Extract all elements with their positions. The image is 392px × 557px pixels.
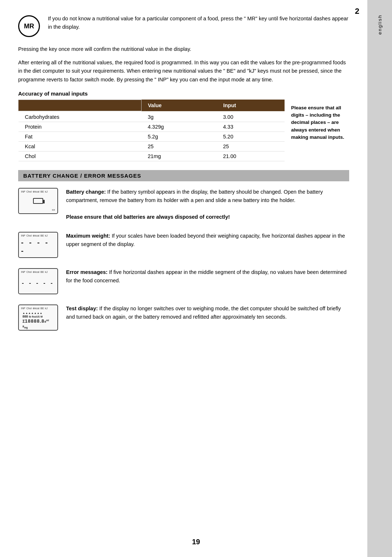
inp-label-4: INP bbox=[21, 307, 25, 310]
table-row: Protein 4.329g 4.33 bbox=[19, 122, 285, 132]
page-number-bottom: 19 bbox=[192, 538, 200, 546]
row-input: 25 bbox=[216, 141, 284, 151]
kj-label: kJ bbox=[45, 190, 48, 193]
intro-paragraph2: Pressing the key once more will confirm … bbox=[18, 45, 349, 53]
error-messages-item: INP Chol ⊕kcal BE kJ - - - - - Error mes… bbox=[18, 268, 349, 294]
chol-label-4: Chol bbox=[26, 307, 32, 310]
inp-label: INP bbox=[21, 190, 25, 193]
max-weight-bold: Maximum weight: bbox=[66, 233, 110, 239]
max-weight-dashes: - - - - - bbox=[21, 238, 55, 255]
device-screen-error: - - - - - bbox=[21, 275, 55, 292]
device-display-error: INP Chol ⊕kcal BE kJ - - - - - bbox=[18, 268, 58, 294]
row-input: 5.20 bbox=[216, 132, 284, 141]
battery-heading: BATTERY CHANGE / ERROR MESSAGES bbox=[18, 170, 349, 181]
table-row: Fat 5.2g 5.20 bbox=[19, 132, 285, 141]
intro-section: MR If you do not know a nutritional valu… bbox=[18, 15, 349, 37]
row-label: Carbohydrates bbox=[19, 111, 142, 122]
main-content: MR If you do not know a nutritional valu… bbox=[0, 0, 367, 355]
inp-label-2: INP bbox=[21, 234, 25, 237]
test-display-body: If the display no longer switches over t… bbox=[66, 306, 341, 320]
row-value: 5.2g bbox=[141, 132, 216, 141]
device-top-icons: INP Chol ⊕kcal BE kJ bbox=[21, 190, 55, 193]
kj-label-4: kJ bbox=[45, 307, 48, 310]
row-value: 3g bbox=[141, 111, 216, 122]
test-display-bold: Test display: bbox=[66, 306, 98, 311]
device-display-maxweight: INP Chol ⊕kcal BE kJ - - - - - bbox=[18, 232, 58, 258]
side-note: Please ensure that all digits – includin… bbox=[291, 90, 349, 141]
test-numbers-row2: Σ18888.88ml8mg bbox=[23, 318, 49, 329]
accuracy-table: Value Input Carbohydrates 3g 3.00 Protei… bbox=[18, 100, 285, 161]
test-triangles: ▲▲▲▲▲▲▲ bbox=[23, 312, 43, 314]
be-label-2: BE bbox=[41, 234, 44, 237]
battery-section: BATTERY CHANGE / ERROR MESSAGES INP Chol… bbox=[18, 170, 349, 331]
accuracy-table-wrap: Accuracy of manual inputs Value Input Ca… bbox=[18, 90, 285, 161]
chol-label: Chol bbox=[26, 190, 32, 193]
kcal-label-2: ⊕kcal bbox=[33, 234, 39, 237]
error-messages-text: Error messages: If five horizontal dashe… bbox=[66, 268, 349, 285]
kj-label-2: kJ bbox=[45, 234, 48, 237]
intro-paragraph3: After entering all of the nutritional va… bbox=[18, 58, 349, 84]
table-row: Carbohydrates 3g 3.00 bbox=[19, 111, 285, 122]
error-dashes: - - - - - bbox=[22, 280, 54, 286]
language-label: english bbox=[377, 15, 383, 35]
intro-paragraph1: If you do not know a nutritional value f… bbox=[48, 15, 349, 31]
row-value: 4.329g bbox=[141, 122, 216, 132]
col-value-header: Value bbox=[141, 100, 216, 111]
device-screen-maxweight: - - - - - bbox=[21, 238, 55, 255]
test-display-item: INP Chol ⊕kcal BE kJ ▲▲▲▲▲▲▲ 888 lb floz… bbox=[18, 304, 349, 331]
mr-icon: MR bbox=[18, 15, 40, 37]
device-screen-battery bbox=[21, 194, 55, 208]
kcal-label-4: ⊕kcal bbox=[33, 307, 39, 310]
test-display-text: Test display: If the display no longer s… bbox=[66, 304, 349, 321]
battery-rect: ▭ bbox=[21, 208, 55, 211]
row-label: Kcal bbox=[19, 141, 142, 151]
error-messages-bold: Error messages: bbox=[66, 269, 107, 275]
table-row: Kcal 25 25 bbox=[19, 141, 285, 151]
table-header-row: Value Input bbox=[19, 100, 285, 111]
max-weight-item: INP Chol ⊕kcal BE kJ - - - - - Maximum w… bbox=[18, 232, 349, 258]
battery-change-bold: Battery change: bbox=[66, 189, 106, 195]
kcal-label-3: ⊕kcal bbox=[33, 271, 39, 274]
battery-icon bbox=[33, 198, 43, 204]
row-value: 25 bbox=[141, 141, 216, 151]
chol-label-3: Chol bbox=[26, 271, 32, 274]
col-label-header bbox=[19, 100, 142, 111]
battery-change-item: INP Chol ⊕kcal BE kJ ▭ Battery change: I… bbox=[18, 188, 349, 222]
device-top-icons-2: INP Chol ⊕kcal BE kJ bbox=[21, 234, 55, 237]
row-input: 21.00 bbox=[216, 151, 284, 161]
row-value: 21mg bbox=[141, 151, 216, 161]
device-top-icons-4: INP Chol ⊕kcal BE kJ bbox=[21, 307, 55, 310]
row-input: 3.00 bbox=[216, 111, 284, 122]
accuracy-section: Accuracy of manual inputs Value Input Ca… bbox=[18, 90, 349, 161]
error-messages-body: If five horizontal dashes appear in the … bbox=[66, 269, 347, 283]
device-display-battery: INP Chol ⊕kcal BE kJ ▭ bbox=[18, 188, 58, 214]
inp-label-3: INP bbox=[21, 271, 25, 274]
max-weight-text: Maximum weight: If your scales have been… bbox=[66, 232, 349, 249]
battery-dispose-note: Please ensure that old batteries are alw… bbox=[66, 214, 230, 220]
kcal-label: ⊕kcal bbox=[33, 190, 39, 193]
row-label: Fat bbox=[19, 132, 142, 141]
battery-change-text: Battery change: If the battery symbol ap… bbox=[66, 188, 349, 222]
device-screen-test: ▲▲▲▲▲▲▲ 888 lb flozUS M Σ18888.88ml8mg bbox=[21, 311, 55, 330]
device-display-test: INP Chol ⊕kcal BE kJ ▲▲▲▲▲▲▲ 888 lb floz… bbox=[18, 304, 58, 331]
kj-label-3: kJ bbox=[45, 271, 48, 274]
chol-label-2: Chol bbox=[26, 234, 32, 237]
be-label-4: BE bbox=[41, 307, 44, 310]
row-label: Chol bbox=[19, 151, 142, 161]
accuracy-heading: Accuracy of manual inputs bbox=[18, 90, 285, 97]
be-label-3: BE bbox=[41, 271, 44, 274]
device-top-icons-3: INP Chol ⊕kcal BE kJ bbox=[21, 271, 55, 274]
be-label: BE bbox=[41, 190, 44, 193]
table-row: Chol 21mg 21.00 bbox=[19, 151, 285, 161]
col-input-header: Input bbox=[216, 100, 284, 111]
side-tab: english bbox=[367, 0, 392, 557]
row-input: 4.33 bbox=[216, 122, 284, 132]
row-label: Protein bbox=[19, 122, 142, 132]
test-numbers-row1: 888 lb flozUS M bbox=[23, 315, 42, 318]
